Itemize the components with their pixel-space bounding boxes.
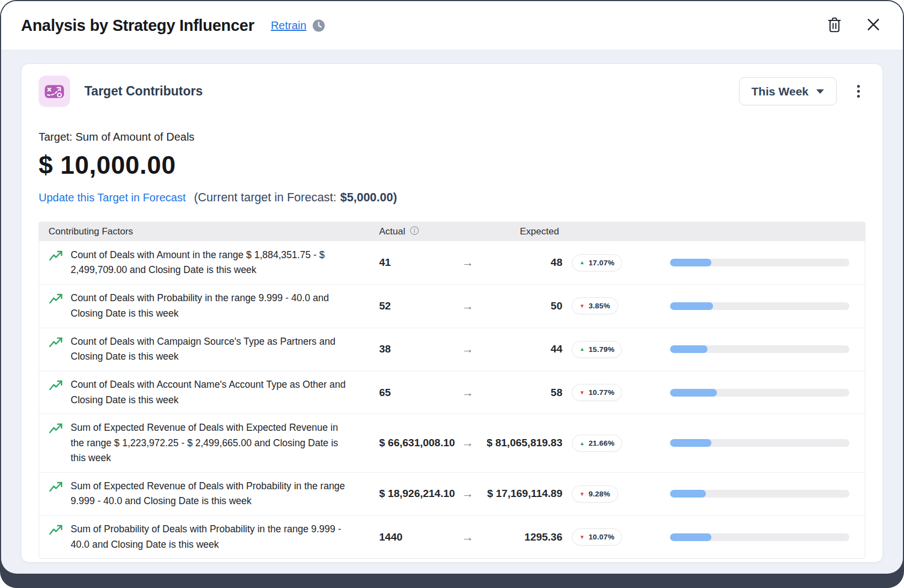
change-badge: ▼ 10.07%: [572, 528, 622, 546]
trend-up-icon: [49, 292, 63, 307]
badge-cell: ▲ 17.07%: [562, 254, 629, 271]
close-icon: [865, 16, 882, 35]
contribution-bar-fill: [670, 345, 708, 353]
screenshot-stage: Analysis by Strategy Influencer Retrain: [0, 0, 904, 588]
contribution-bar-fill: [670, 259, 711, 266]
table-row: Count of Deals with Amount in the range …: [39, 241, 865, 284]
bar-cell: [629, 439, 865, 447]
trend-up-icon: [49, 336, 63, 351]
period-dropdown-value: This Week: [752, 85, 809, 98]
arrow-right-icon: →: [462, 300, 482, 313]
change-percent: 9.28%: [588, 490, 610, 498]
expected-value: $ 17,169,114.89: [482, 488, 562, 500]
arrow-right-icon: →: [462, 343, 482, 356]
change-direction-icon: ▲: [579, 260, 584, 265]
target-value: $ 10,000.00: [39, 150, 865, 180]
period-dropdown[interactable]: This Week: [739, 77, 837, 105]
contribution-bar-fill: [670, 302, 713, 310]
trend-up-icon: [49, 249, 63, 264]
modal-body: Target Contributors This Week Target: Su…: [1, 50, 903, 563]
change-badge: ▼ 10.77%: [572, 384, 622, 401]
column-header-factors: Contributing Factors: [39, 226, 379, 237]
arrow-right-icon: →: [462, 436, 482, 450]
strategy-icon: [39, 76, 70, 107]
retrain-link[interactable]: Retrain: [271, 19, 306, 32]
change-badge: ▲ 21.66%: [572, 435, 622, 452]
contribution-bar-track: [670, 259, 849, 266]
column-header-expected: Expected: [482, 226, 562, 237]
modal-header: Analysis by Strategy Influencer Retrain: [1, 1, 903, 50]
change-direction-icon: ▼: [579, 491, 584, 497]
table-row: Sum of Probability of Deals with Probabi…: [39, 515, 865, 558]
badge-cell: ▼ 9.28%: [562, 485, 629, 503]
contribution-bar-fill: [670, 439, 711, 447]
change-percent: 10.07%: [588, 533, 614, 541]
trend-up-icon: [49, 523, 63, 538]
change-percent: 3.85%: [588, 302, 610, 310]
arrow-right-icon: →: [462, 531, 482, 544]
factor-cell: Count of Deals with Amount in the range …: [39, 248, 379, 278]
table-header-row: Contributing Factors Actual: [39, 222, 865, 241]
actual-value: 41: [379, 256, 462, 269]
change-badge: ▼ 9.28%: [572, 485, 618, 503]
target-label: Target: Sum of Amount of Deals: [39, 131, 865, 143]
close-button[interactable]: [865, 16, 882, 35]
factor-description: Sum of Expected Revenue of Deals with Ex…: [71, 420, 354, 466]
contribution-bar-track: [670, 345, 849, 353]
contribution-bar-track: [670, 439, 849, 447]
factor-description: Count of Deals with Account Name's Accou…: [71, 377, 354, 408]
trash-icon: [826, 16, 843, 35]
expected-value: 1295.36: [482, 531, 562, 543]
target-contributors-card: Target Contributors This Week Target: Su…: [21, 63, 883, 563]
delete-button[interactable]: [826, 16, 843, 35]
change-percent: 17.07%: [588, 259, 614, 267]
bar-cell: [629, 490, 865, 498]
contribution-bar-track: [670, 533, 849, 541]
contribution-bar-fill: [670, 533, 711, 541]
factor-cell: Sum of Expected Revenue of Deals with Ex…: [39, 420, 379, 466]
factor-description: Sum of Expected Revenue of Deals with Pr…: [71, 479, 354, 509]
badge-cell: ▲ 21.66%: [562, 435, 629, 452]
chevron-down-icon: [816, 89, 824, 94]
expected-value: 48: [482, 256, 562, 269]
bar-cell: [629, 533, 865, 541]
change-badge: ▲ 17.07%: [572, 254, 622, 271]
table-row: Count of Deals with Account Name's Accou…: [39, 371, 865, 414]
factor-cell: Sum of Expected Revenue of Deals with Pr…: [39, 479, 379, 509]
bar-cell: [629, 345, 865, 353]
factor-cell: Count of Deals with Probability in the r…: [39, 291, 379, 321]
change-direction-icon: ▲: [579, 441, 584, 446]
update-target-link[interactable]: Update this Target in Forecast: [39, 191, 185, 204]
info-icon[interactable]: [410, 226, 419, 238]
forecast-note: (Current target in Forecast:: [194, 191, 336, 205]
contributing-factors-table: Contributing Factors Actual: [39, 222, 865, 559]
change-direction-icon: ▲: [579, 346, 584, 352]
strategy-influencer-modal: Analysis by Strategy Influencer Retrain: [1, 1, 903, 574]
contribution-bar-track: [670, 389, 849, 397]
change-direction-icon: ▼: [579, 534, 584, 540]
actual-value: 38: [379, 343, 462, 355]
expected-value: 50: [482, 300, 562, 312]
card-header: Target Contributors This Week: [39, 64, 865, 107]
badge-cell: ▼ 10.07%: [562, 528, 629, 546]
change-percent: 15.79%: [588, 345, 614, 354]
badge-cell: ▲ 15.79%: [562, 341, 629, 358]
more-options-button[interactable]: [851, 81, 865, 103]
contribution-bar-fill: [670, 389, 717, 397]
actual-value: $ 66,631,008.10: [379, 437, 462, 449]
factor-description: Sum of Probability of Deals with Probabi…: [71, 522, 354, 552]
change-badge: ▲ 15.79%: [572, 341, 622, 358]
card-title: Target Contributors: [84, 84, 203, 99]
retrain-schedule-clock-icon[interactable]: [312, 19, 326, 33]
column-header-actual: Actual: [379, 226, 462, 238]
bar-cell: [629, 389, 865, 397]
actual-value: 65: [379, 387, 462, 399]
table-row: Sum of Expected Revenue of Deals with Pr…: [39, 472, 865, 515]
bar-cell: [629, 259, 865, 266]
bar-cell: [629, 302, 865, 310]
factor-description: Count of Deals with Amount in the range …: [71, 248, 354, 278]
expected-value: $ 81,065,819.83: [482, 437, 562, 449]
forecast-current-amount: $5,000.00): [341, 191, 397, 205]
arrow-right-icon: →: [462, 256, 482, 269]
table-body: Count of Deals with Amount in the range …: [39, 241, 865, 558]
